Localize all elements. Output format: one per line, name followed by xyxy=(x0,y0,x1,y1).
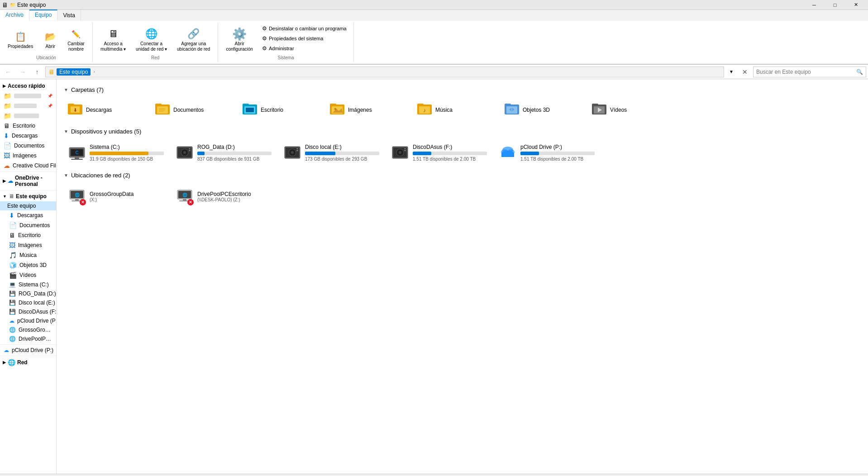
ribbon-btn-propiedades[interactable]: 📋 Propiedades xyxy=(4,27,37,52)
sidebar-item-pcloud-standalone[interactable]: ☁ pCloud Drive (P:) xyxy=(0,346,56,355)
sidebar-item-grosso[interactable]: 🌐 GrossoGroupData (\ xyxy=(0,325,56,334)
ribbon-btn-administrar[interactable]: ⚙ Administrar xyxy=(259,44,350,53)
sidebar-item-descargas[interactable]: ⬇ Descargas xyxy=(0,210,56,220)
sidebar-item-drivepool[interactable]: 🌐 DrivePoolPCEscrito xyxy=(0,334,56,343)
drive-item-rog-d[interactable]: ROG_Data (D:) 837 GB disponibles de 931 … xyxy=(172,140,276,165)
sidebar-item-imagenes-qa[interactable]: 🖼 Imágenes xyxy=(0,151,56,161)
folder-item-objetos3d[interactable]: Objetos 3D xyxy=(501,99,584,121)
sidebar-item-documentos-qa[interactable]: 📄 Documentos xyxy=(0,141,56,151)
agregar-icon: 🔗 xyxy=(186,27,201,41)
network-item-drivepool[interactable]: 🌐 ✕ DrivePoolPCEscritorio (\\DESK-PAOLO)… xyxy=(172,184,276,209)
grosso-name: GrossoGroupData xyxy=(90,191,164,197)
disco-f-icon: 💾 xyxy=(9,309,16,315)
drives-section-header[interactable]: ▼ Dispositivos y unidades (5) xyxy=(64,128,861,135)
folder-item-descargas[interactable]: ⬇ Descargas xyxy=(64,99,148,121)
svg-rect-64 xyxy=(75,199,79,200)
sidebar-section-red[interactable]: ▶ 🌐 Red xyxy=(0,357,56,368)
sidebar-item-escritorio[interactable]: 🖥 Escritorio xyxy=(0,230,56,240)
svg-point-47 xyxy=(291,151,294,154)
folder-item-musica[interactable]: ♪ Música xyxy=(413,99,497,121)
back-button[interactable]: ← xyxy=(2,66,14,78)
sidebar-item-descargas-qa[interactable]: ⬇ Descargas xyxy=(0,131,56,141)
ribbon-content: 📋 Propiedades 📂 Abrir ✏️ Cambiarnombre U… xyxy=(0,21,868,64)
ribbon-btn-propiedades-sistema[interactable]: ⚙ Propiedades del sistema xyxy=(259,34,350,43)
close-button[interactable]: ✕ xyxy=(845,0,866,10)
pcloud-p-info: pCloud Drive (P:) 1.51 TB disponibles de… xyxy=(520,144,595,162)
ribbon-btn-desinstalar[interactable]: ⚙ Desinstalar o cambiar un programa xyxy=(259,24,350,33)
folders-section-header[interactable]: ▼ Carpetas (7) xyxy=(64,86,861,93)
status-bar: 14 elementos xyxy=(0,474,868,476)
ribbon-btn-config[interactable]: ⚙️ Abrirconfiguración xyxy=(222,24,257,54)
sidebar-item-blurred1[interactable]: 📁 📌 xyxy=(0,91,56,101)
folder-item-documentos[interactable]: Documentos xyxy=(151,99,235,121)
sidebar-section-quickaccess[interactable]: ▶ Acceso rápido xyxy=(0,81,56,91)
ribbon-btn-conectar[interactable]: 🌐 Conectar aunidad de red ▾ xyxy=(132,24,171,54)
disco-f-drive-icon xyxy=(391,143,409,162)
svg-text:♪: ♪ xyxy=(423,107,426,114)
folder-item-imagenes[interactable]: Imágenes xyxy=(326,99,410,121)
sidebar-item-musica[interactable]: 🎵 Música xyxy=(0,250,56,260)
svg-rect-20 xyxy=(417,104,424,106)
sidebar-item-rog-d[interactable]: 💾 ROG_Data (D:) xyxy=(0,289,56,298)
ribbon-btn-cambiar-nombre[interactable]: ✏️ Cambiarnombre xyxy=(63,24,89,54)
minimize-button[interactable]: ─ xyxy=(804,0,825,10)
tab-archivo[interactable]: Archivo xyxy=(0,10,29,21)
search-input[interactable] xyxy=(756,69,856,75)
conectar-label: Conectar aunidad de red ▾ xyxy=(136,41,167,52)
sidebar-item-disco-e[interactable]: 💾 Disco local (E:) xyxy=(0,298,56,307)
folder-item-escritorio[interactable]: Escritorio xyxy=(238,99,322,121)
config-icon: ⚙️ xyxy=(232,27,247,41)
sidebar-item-sistema-c[interactable]: 💻 Sistema (C:) xyxy=(0,280,56,289)
sidebar-item-escritorio-qa[interactable]: 🖥 Escritorio xyxy=(0,121,56,131)
sidebar-item-objetos3d[interactable]: 🧊 Objetos 3D xyxy=(0,260,56,270)
sidebar-item-creativecloud[interactable]: ☁ Creative Cloud Files xyxy=(0,161,56,171)
sidebar-item-blurred3[interactable]: 📁 xyxy=(0,111,56,121)
content-area: ▼ Carpetas (7) ⬇ Descargas xyxy=(57,79,868,474)
rog-d-drive-icon xyxy=(176,143,194,162)
address-dropdown-button[interactable]: ▼ xyxy=(726,67,737,77)
clear-address-button[interactable]: ✕ xyxy=(739,66,751,78)
onedrive-chevron: ▶ xyxy=(3,179,6,183)
drivepool-info: DrivePoolPCEscritorio (\\DESK-PAOLO) (Z:… xyxy=(197,191,272,202)
drive-item-pcloud-p[interactable]: pCloud Drive (P:) 1.51 TB disponibles de… xyxy=(495,140,599,165)
sidebar-section-onedrive[interactable]: ▶ ☁ OneDrive - Personal xyxy=(0,173,56,189)
svg-rect-42 xyxy=(189,148,191,149)
breadcrumb[interactable]: 🖥 Este equipo › xyxy=(45,67,724,77)
estequipo-label: Este equipo xyxy=(16,193,47,200)
onedrive-icon: ☁ xyxy=(8,178,13,184)
musica-folder-label: Música xyxy=(435,107,453,113)
videos-icon: 🎬 xyxy=(9,271,17,279)
sidebar-item-pcloud-p[interactable]: ☁ pCloud Drive (P:) xyxy=(0,316,56,325)
title-text: Este equipo xyxy=(17,2,46,8)
pcloud-p-bar xyxy=(520,152,539,155)
sidebar-item-documentos[interactable]: 📄 Documentos xyxy=(0,220,56,230)
pcloud-p-drive-icon xyxy=(499,143,517,162)
drive-item-sistema-c[interactable]: C Sistema (C:) 31.9 GB disponibles de 15… xyxy=(64,140,168,165)
tab-vista[interactable]: Vista xyxy=(57,10,81,21)
sidebar-item-disco-f[interactable]: 💾 DiscoDAsus (F:) xyxy=(0,307,56,316)
ribbon-btn-abrir[interactable]: 📂 Abrir xyxy=(39,27,62,52)
forward-button[interactable]: → xyxy=(16,66,29,78)
up-button[interactable]: ↑ xyxy=(31,66,43,78)
sidebar-item-blurred2[interactable]: 📁 📌 xyxy=(0,101,56,111)
svg-text:C: C xyxy=(75,150,78,155)
tab-equipo[interactable]: Equipo xyxy=(29,10,57,20)
propiedades-sistema-icon: ⚙ xyxy=(262,35,267,42)
drive-item-disco-e[interactable]: Disco local (E:) 173 GB disponibles de 2… xyxy=(279,140,383,165)
sidebar-section-estequipo[interactable]: ▼ 🖥 Este equipo xyxy=(0,191,56,201)
drive-item-disco-f[interactable]: DiscoDAsus (F:) 1.51 TB disponibles de 2… xyxy=(387,140,491,165)
sidebar-item-videos[interactable]: 🎬 Vídeos xyxy=(0,270,56,280)
network-section-header[interactable]: ▼ Ubicaciones de red (2) xyxy=(64,172,861,179)
maximize-button[interactable]: □ xyxy=(825,0,845,10)
propiedades-label: Propiedades xyxy=(8,44,33,49)
folder-item-videos[interactable]: Vídeos xyxy=(588,99,672,121)
network-item-grosso[interactable]: 🌐 ✕ GrossoGroupData (X:) xyxy=(64,184,168,209)
descargas-icon: ⬇ xyxy=(9,212,14,219)
title-bar-left: 🖥 📁 Este equipo xyxy=(2,1,46,9)
sidebar-item-imagenes[interactable]: 🖼 Imágenes xyxy=(0,240,56,250)
ribbon-btn-agregar[interactable]: 🔗 Agregar unaubicación de red xyxy=(173,24,214,54)
escritorio-qa-label: Escritorio xyxy=(13,123,35,129)
ribbon-btn-multimedia[interactable]: 🖥 Acceso amultimedia ▾ xyxy=(96,24,130,54)
sidebar-item-estequipo-root[interactable]: Este equipo xyxy=(0,201,56,210)
administrar-label: Administrar xyxy=(269,46,294,51)
